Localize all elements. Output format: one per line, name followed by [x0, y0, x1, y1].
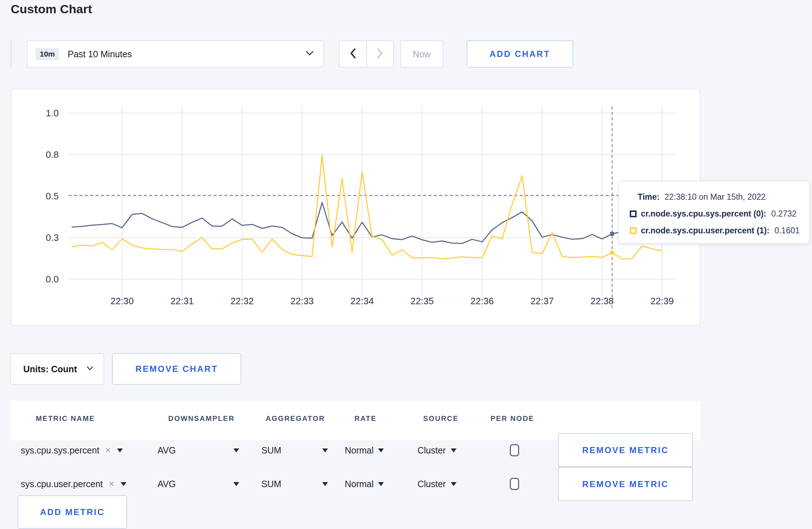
time-back-button[interactable] — [340, 41, 367, 67]
source-select[interactable]: Cluster — [417, 477, 456, 491]
caret-down-icon — [233, 482, 239, 486]
clear-metric-icon[interactable]: × — [108, 479, 114, 490]
x-axis-tick-label: 22:39 — [651, 296, 674, 306]
y-axis-tick-label: 1.0 — [46, 108, 59, 118]
caret-down-icon — [378, 482, 384, 486]
chart-card: 0.00.30.50.81.022:3022:3122:3222:3322:34… — [11, 89, 700, 326]
caret-down-icon — [322, 482, 328, 486]
cell-text: AVG — [158, 479, 176, 489]
series-swatch-icon — [630, 227, 637, 234]
cell-text: Cluster — [417, 445, 446, 456]
units-label: Units: Count — [23, 364, 77, 374]
chevron-left-icon — [349, 48, 357, 60]
x-axis-tick-label: 22:35 — [410, 296, 434, 306]
add-chart-button[interactable]: ADD CHART — [467, 40, 573, 68]
tooltip-series-label: cr.node.sys.cpu.user.percent (1): — [641, 226, 769, 236]
source-select[interactable]: Cluster — [417, 443, 456, 457]
remove-metric-button[interactable]: REMOVE METRIC — [558, 433, 693, 467]
tooltip-time-label: Time: — [638, 192, 659, 202]
caret-down-icon — [322, 448, 328, 452]
time-window-badge: 10m — [35, 48, 59, 60]
y-axis-tick-label: 0.0 — [46, 274, 59, 285]
x-axis-tick-label: 22:31 — [170, 296, 194, 306]
chart-tooltip: Time: 22:38:10 on Mar 15th, 2022 cr.node… — [618, 181, 810, 244]
chevron-right-icon — [376, 48, 383, 60]
x-axis-tick-label: 22:36 — [470, 296, 494, 306]
x-axis-tick-label: 22:32 — [231, 296, 254, 306]
toolbar-left-divider — [11, 40, 11, 68]
x-axis-tick-label: 22:34 — [351, 296, 374, 306]
caret-down-icon — [451, 448, 456, 452]
cell-text: sys.cpu.sys.percent — [21, 445, 100, 456]
tooltip-series-label: cr.node.sys.cpu.sys.percent (0): — [641, 209, 766, 219]
time-window-label: Past 10 Minutes — [68, 49, 132, 59]
per-node-checkbox[interactable] — [510, 444, 519, 456]
cell-text: SUM — [261, 445, 281, 456]
crosshair-marker — [610, 251, 614, 254]
downsampler-select[interactable]: AVG — [158, 443, 239, 457]
column-header-downsampler: DOWNSAMPLER — [168, 414, 235, 423]
time-window-select[interactable]: 10m Past 10 Minutes — [27, 40, 324, 68]
downsampler-select[interactable]: AVG — [158, 477, 239, 491]
y-axis-tick-label: 0.3 — [46, 232, 59, 243]
y-axis-tick-label: 0.8 — [46, 149, 59, 160]
cell-text: Normal — [345, 445, 374, 456]
tooltip-series-row: cr.node.sys.cpu.sys.percent (0): 0.2732 — [630, 205, 809, 222]
column-header-per-node: PER NODE — [490, 414, 534, 423]
tooltip-series-value: 0.2732 — [771, 209, 796, 219]
clear-metric-icon[interactable]: × — [105, 445, 111, 456]
cell-text: Normal — [345, 479, 374, 489]
aggregator-select[interactable]: SUM — [261, 443, 328, 457]
tooltip-time-row: Time: 22:38:10 on Mar 15th, 2022 — [630, 189, 809, 205]
aggregator-select[interactable]: SUM — [261, 477, 328, 491]
units-select[interactable]: Units: Count — [10, 353, 104, 385]
caret-down-icon — [121, 482, 126, 486]
cell-text: SUM — [261, 479, 281, 489]
caret-down-icon — [378, 448, 384, 452]
tooltip-series-row: cr.node.sys.cpu.user.percent (1): 0.1601 — [630, 222, 809, 239]
remove-metric-button[interactable]: REMOVE METRIC — [558, 467, 693, 501]
time-forward-button[interactable] — [367, 41, 393, 67]
add-metric-button[interactable]: ADD METRIC — [18, 495, 127, 529]
line-chart[interactable]: 0.00.30.50.81.022:3022:3122:3222:3322:34… — [11, 89, 701, 326]
x-axis-tick-label: 22:38 — [590, 296, 614, 306]
time-nav-group — [339, 40, 394, 68]
cell-text: Cluster — [417, 479, 446, 489]
chevron-down-icon — [86, 366, 93, 372]
caret-down-icon — [117, 448, 123, 452]
remove-chart-button[interactable]: REMOVE CHART — [112, 353, 241, 385]
series-swatch-icon — [630, 210, 637, 217]
rate-select[interactable]: Normal — [345, 477, 384, 491]
cell-text: AVG — [158, 445, 176, 456]
caret-down-icon — [233, 448, 239, 452]
page-title: Custom Chart — [11, 2, 92, 16]
tooltip-time-value: 22:38:10 on Mar 15th, 2022 — [664, 192, 766, 202]
per-node-checkbox[interactable] — [510, 478, 519, 490]
x-axis-tick-label: 22:37 — [531, 296, 554, 306]
x-axis-tick-label: 22:33 — [290, 296, 314, 306]
metric-name-select[interactable]: sys.cpu.sys.percent× — [21, 443, 123, 457]
chevron-down-icon — [305, 50, 314, 58]
cell-text: sys.cpu.user.percent — [21, 479, 103, 489]
series-line-cr.node.sys.cpu.user.percent — [72, 155, 662, 259]
column-header-source: SOURCE — [423, 414, 459, 423]
column-header-rate: RATE — [354, 414, 377, 423]
caret-down-icon — [451, 482, 456, 486]
metric-name-select[interactable]: sys.cpu.user.percent× — [21, 477, 126, 491]
crosshair-marker — [610, 232, 614, 236]
column-header-aggregator: AGGREGATOR — [266, 414, 325, 423]
now-button[interactable]: Now — [400, 40, 443, 68]
y-axis-tick-label: 0.5 — [46, 191, 59, 202]
column-header-metric-name: METRIC NAME — [36, 414, 95, 423]
x-axis-tick-label: 22:30 — [110, 296, 134, 306]
rate-select[interactable]: Normal — [345, 443, 384, 457]
tooltip-series-value: 0.1601 — [774, 226, 799, 236]
